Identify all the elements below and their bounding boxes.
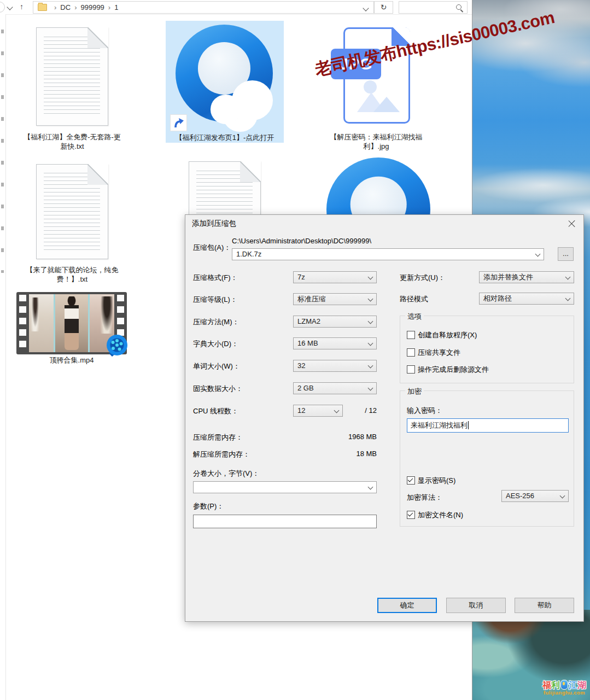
level-select[interactable]: 标准压缩 [293, 293, 377, 305]
encryption-group-title: 加密 [405, 387, 424, 396]
search-icon [456, 4, 462, 10]
method-select[interactable]: LZMA2 [293, 316, 377, 328]
create-sfx-label: 创建自释放程序(X) [418, 330, 477, 340]
update-mode-value: 添加并替换文件 [483, 273, 533, 281]
video-player-badge-icon [104, 334, 129, 359]
chevron-down-icon [368, 319, 373, 324]
text-file-icon[interactable] [36, 27, 108, 126]
close-icon[interactable] [568, 220, 575, 227]
encrypt-filenames-label: 加密文件名(N) [418, 510, 463, 520]
back-button-fragment[interactable] [0, 2, 5, 13]
parameters-label: 参数(P)： [193, 501, 224, 511]
checkbox-compress-shared[interactable] [407, 348, 415, 357]
cpu-threads-max: / 12 [344, 406, 377, 415]
file-label-line: 利】.jpg [312, 142, 441, 151]
breadcrumb-item-1[interactable]: 1 [114, 3, 118, 11]
archive-label: 压缩包(A)： [193, 243, 231, 253]
recent-locations-chevron-icon[interactable] [7, 4, 13, 10]
memory-compress-label: 压缩所需内存： [193, 433, 243, 442]
path-mode-value: 相对路径 [483, 294, 512, 302]
breadcrumb-item-999999[interactable]: 999999 [80, 3, 104, 11]
folder-icon [38, 4, 47, 11]
encryption-method-value: AES-256 [506, 492, 534, 500]
memory-compress-value: 1968 MB [317, 433, 377, 441]
help-button[interactable]: 帮助 [515, 598, 574, 613]
cpu-threads-label: CPU 线程数： [193, 406, 238, 416]
search-input[interactable] [399, 1, 468, 14]
archive-name-value: 1.DK.7z [236, 250, 261, 258]
file-label-shortcut[interactable]: 【福利江湖发布页1】-点此打开 [166, 133, 284, 142]
breadcrumb-separator: › [54, 3, 56, 11]
chevron-down-icon [565, 296, 571, 301]
update-mode-label: 更新方式(U)： [400, 273, 445, 283]
breadcrumb-item-dc[interactable]: DC [60, 3, 71, 11]
chevron-down-icon [368, 275, 373, 280]
memory-decompress-value: 18 MB [317, 450, 377, 458]
password-input[interactable]: 来福利江湖找福利 [407, 418, 569, 433]
cpu-threads-select[interactable]: 12 [293, 405, 343, 417]
solid-block-label: 固实数据大小： [193, 384, 243, 394]
delete-after-label: 操作完成后删除源文件 [418, 365, 489, 375]
file-label-txt1[interactable]: 【福利江湖】全免费-无套路-更 新快.txt [7, 132, 138, 151]
file-label-line: 【福利江湖】全免费-无套路-更 [7, 132, 138, 142]
chevron-down-icon [368, 341, 373, 346]
file-label-txt2[interactable]: 【来了就能下载的论坛，纯免 费！】.txt [7, 265, 138, 284]
add-to-archive-dialog: 添加到压缩包 压缩包(A)： C:\Users\Administrator\De… [185, 214, 584, 622]
method-value: LZMA2 [297, 317, 320, 325]
cpu-threads-value: 12 [297, 406, 305, 415]
encryption-method-select[interactable]: AES-256 [501, 490, 569, 502]
format-select[interactable]: 7z [293, 271, 377, 283]
file-label-line: 【来了就能下载的论坛，纯免 [7, 265, 138, 275]
dialog-title: 添加到压缩包 [192, 219, 236, 229]
checkbox-encrypt-filenames[interactable] [407, 511, 415, 519]
solid-block-select[interactable]: 2 GB [293, 382, 377, 394]
update-mode-select[interactable]: 添加并替换文件 [479, 271, 574, 283]
shortcut-arrow-icon [170, 114, 187, 131]
level-value: 标准压缩 [297, 295, 326, 303]
checkbox-create-sfx[interactable] [407, 331, 415, 339]
compress-shared-label: 压缩共享文件 [418, 348, 460, 358]
up-arrow-icon[interactable]: ↑ [20, 2, 24, 11]
chevron-down-icon [565, 275, 571, 280]
path-mode-label: 路径模式 [400, 294, 428, 304]
breadcrumb-separator: › [74, 3, 77, 11]
jpg-mountain-glyph [373, 97, 400, 112]
format-value: 7z [297, 273, 305, 281]
path-mode-select[interactable]: 相对路径 [479, 293, 574, 305]
dictionary-select[interactable]: 16 MB [293, 337, 377, 349]
checkbox-delete-after[interactable] [407, 365, 415, 374]
file-label-jpg[interactable]: 【解压密码：来福利江湖找福 利】.jpg [312, 132, 441, 151]
explorer-toolbar: ↑ › DC › 999999 › 1 ↻ [0, 0, 472, 15]
browse-button[interactable]: ... [558, 247, 574, 261]
options-group-title: 选项 [405, 312, 424, 322]
video-file-thumbnail[interactable] [16, 292, 127, 354]
address-dropdown-chevron-icon[interactable] [363, 5, 369, 11]
text-file-icon[interactable] [36, 164, 108, 259]
mouse-icon [560, 680, 568, 690]
dictionary-value: 16 MB [297, 339, 318, 347]
refresh-button[interactable]: ↻ [374, 1, 393, 14]
ok-button[interactable]: 确定 [377, 598, 437, 613]
text-lines-decoration [44, 37, 100, 116]
file-label-line: 新快.txt [7, 142, 138, 151]
cancel-button[interactable]: 取消 [446, 598, 506, 613]
word-size-select[interactable]: 32 [293, 360, 377, 372]
password-label: 输入密码： [407, 406, 442, 416]
chevron-down-icon [368, 363, 373, 369]
qq-cloud [211, 81, 277, 124]
chevron-down-icon [368, 386, 373, 391]
qq-browser-shortcut-icon[interactable] [176, 25, 273, 122]
address-bar[interactable]: › DC › 999999 › 1 [33, 1, 374, 14]
site-logo-url: fulijianghu.com [542, 690, 586, 696]
chevron-down-icon [560, 493, 565, 499]
file-label-line: 【福利江湖发布页1】-点此打开 [166, 133, 284, 142]
navigation-pane-edge [0, 14, 6, 700]
logo-char: 江 [569, 680, 577, 690]
parameters-input[interactable] [193, 515, 377, 528]
checkbox-show-password[interactable] [407, 476, 415, 485]
password-value: 来福利江湖找福利 [411, 421, 469, 429]
chevron-down-icon [334, 408, 340, 413]
show-password-label: 显示密码(S) [418, 476, 455, 486]
volume-size-combobox[interactable] [193, 481, 377, 493]
archive-name-combobox[interactable]: 1.DK.7z [232, 248, 544, 260]
